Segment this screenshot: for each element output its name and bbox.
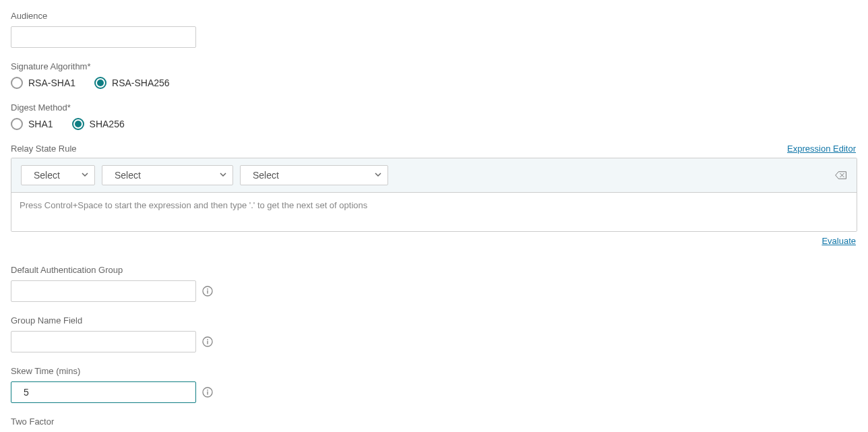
signature-algorithm-label: Signature Algorithm* <box>11 61 857 71</box>
svg-point-1 <box>207 288 208 290</box>
radio-label-rsa-sha1: RSA-SHA1 <box>28 78 75 88</box>
expression-placeholder: Press Control+Space to start the express… <box>20 200 367 210</box>
svg-point-7 <box>207 390 208 391</box>
relay-state-rule-label: Relay State Rule <box>11 144 77 154</box>
relay-state-rule-group: Relay State Rule Expression Editor Selec… <box>11 144 857 246</box>
radio-sha1[interactable]: SHA1 <box>11 118 53 130</box>
expression-builder: Select Select Select Pr <box>11 158 857 232</box>
group-name-field-row <box>11 331 857 352</box>
clear-expression-button[interactable] <box>835 171 847 180</box>
group-name-field-group: Group Name Field <box>11 315 857 352</box>
radio-label-rsa-sha256: RSA-SHA256 <box>112 78 170 88</box>
digest-method-radios: SHA1 SHA256 <box>11 118 857 130</box>
chevron-down-icon <box>374 170 382 181</box>
relay-select-3-value: Select <box>253 170 279 181</box>
audience-label: Audience <box>11 11 857 21</box>
radio-icon <box>11 118 23 130</box>
radio-rsa-sha1[interactable]: RSA-SHA1 <box>11 77 75 89</box>
relay-select-3[interactable]: Select <box>240 165 388 185</box>
svg-rect-8 <box>207 392 208 395</box>
radio-label-sha1: SHA1 <box>28 119 53 129</box>
signature-algorithm-radios: RSA-SHA1 RSA-SHA256 <box>11 77 857 89</box>
default-auth-group: Default Authentication Group <box>11 265 857 302</box>
evaluate-link[interactable]: Evaluate <box>822 236 856 246</box>
radio-sha256[interactable]: SHA256 <box>72 118 125 130</box>
svg-point-4 <box>207 339 208 340</box>
skew-time-row <box>11 381 857 403</box>
skew-time-label: Skew Time (mins) <box>11 366 857 376</box>
two-factor-group: Two Factor ON OFF <box>11 416 857 432</box>
audience-input[interactable] <box>11 26 196 48</box>
radio-icon <box>72 118 84 130</box>
evaluate-row: Evaluate <box>11 236 857 246</box>
digest-method-label: Digest Method* <box>11 102 857 113</box>
expression-textarea[interactable]: Press Control+Space to start the express… <box>11 192 857 231</box>
relay-select-2[interactable]: Select <box>102 165 233 185</box>
chevron-down-icon <box>81 170 89 181</box>
chevron-down-icon <box>219 170 227 181</box>
radio-label-sha256: SHA256 <box>90 119 125 129</box>
two-factor-label: Two Factor <box>11 416 857 427</box>
group-name-field-input[interactable] <box>11 331 196 352</box>
info-icon[interactable] <box>202 285 214 297</box>
digest-method-group: Digest Method* SHA1 SHA256 <box>11 102 857 130</box>
expression-builder-toolbar: Select Select Select <box>11 158 857 192</box>
group-name-field-label: Group Name Field <box>11 315 857 326</box>
info-icon[interactable] <box>202 336 214 348</box>
skew-time-input[interactable] <box>11 381 196 403</box>
relay-header: Relay State Rule Expression Editor <box>11 144 857 154</box>
default-auth-group-row <box>11 280 857 302</box>
audience-group: Audience <box>11 11 857 48</box>
relay-select-1-value: Select <box>34 170 60 181</box>
svg-rect-2 <box>207 290 208 294</box>
svg-rect-5 <box>207 341 208 344</box>
relay-select-2-value: Select <box>115 170 141 181</box>
radio-icon <box>94 77 106 89</box>
signature-algorithm-group: Signature Algorithm* RSA-SHA1 RSA-SHA256 <box>11 61 857 89</box>
radio-icon <box>11 77 23 89</box>
skew-time-group: Skew Time (mins) <box>11 366 857 403</box>
relay-select-1[interactable]: Select <box>21 165 95 185</box>
info-icon[interactable] <box>202 386 214 398</box>
expression-editor-link[interactable]: Expression Editor <box>787 144 856 154</box>
default-auth-group-label: Default Authentication Group <box>11 265 857 275</box>
default-auth-group-input[interactable] <box>11 280 196 302</box>
radio-rsa-sha256[interactable]: RSA-SHA256 <box>94 77 170 89</box>
